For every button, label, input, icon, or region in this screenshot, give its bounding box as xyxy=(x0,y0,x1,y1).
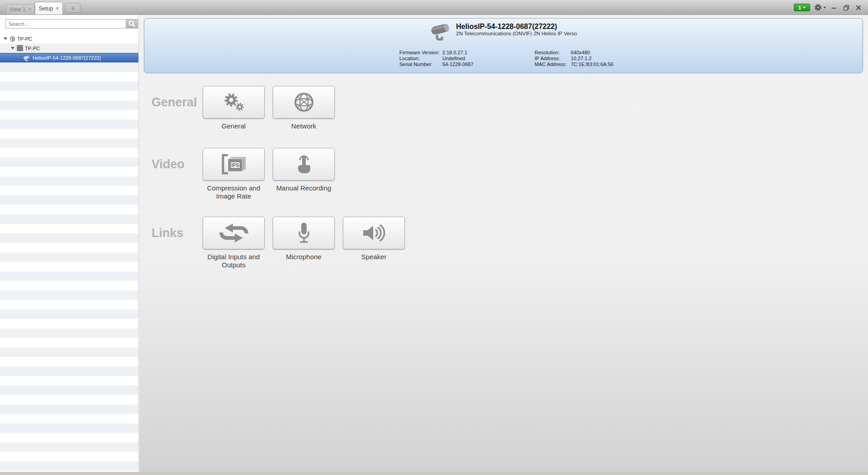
device-tree-panel: TP-PC TP-PC xyxy=(0,15,139,472)
restore-button[interactable] xyxy=(842,4,850,12)
titlebar: View 1 × Setup × + 1 xyxy=(0,0,868,15)
card-label: Compression and Image Rate xyxy=(203,184,265,200)
speaker-icon xyxy=(361,223,387,243)
gear-icon xyxy=(814,4,822,11)
info-label: IP Address: xyxy=(535,56,571,62)
section-cards: General Network xyxy=(203,86,335,130)
section-video: Video IPS xyxy=(152,148,335,200)
window-controls: 1 xyxy=(794,0,863,15)
server-icon xyxy=(17,45,23,51)
card-label: Network xyxy=(291,122,316,130)
close-icon[interactable]: × xyxy=(56,6,59,11)
card-general: General xyxy=(203,86,265,130)
camera-icon xyxy=(24,55,31,61)
globe-icon xyxy=(292,91,316,113)
tree-item-camera[interactable]: HeliosIP-54-1228-0687(27222) xyxy=(0,53,138,62)
search-button[interactable] xyxy=(126,19,138,28)
device-info-left: Firmware Version: 2.18.0.27.1 Location: … xyxy=(399,50,474,67)
general-button[interactable] xyxy=(203,86,265,119)
expand-arrow-icon[interactable] xyxy=(4,38,7,40)
section-general: General xyxy=(152,86,335,130)
tree-item-label: HeliosIP-54-1228-0687(27222) xyxy=(33,55,101,61)
new-tab-button[interactable]: + xyxy=(65,3,81,13)
microphone-icon xyxy=(296,221,312,245)
settings-menu-button[interactable] xyxy=(814,4,826,11)
manual-recording-icon xyxy=(294,152,314,176)
minimize-button[interactable] xyxy=(830,4,838,12)
card-label: Microphone xyxy=(286,253,321,261)
restore-icon xyxy=(843,5,849,11)
chevron-down-icon xyxy=(803,7,806,9)
card-speaker: Speaker xyxy=(343,217,405,269)
card-compression: IPS Compression and Image Rate xyxy=(203,148,265,200)
expand-arrow-icon[interactable] xyxy=(11,47,14,49)
compression-icon: IPS xyxy=(219,152,249,176)
chevron-down-icon xyxy=(823,7,826,9)
info-label: MAC Address: xyxy=(535,62,571,67)
compression-button[interactable]: IPS xyxy=(203,148,265,180)
site-icon xyxy=(9,36,15,42)
card-network: Network xyxy=(273,86,335,130)
info-value: 7C:1E:B3:01:6A:56 xyxy=(571,62,613,67)
card-label: General xyxy=(222,122,246,130)
tab-view-1[interactable]: View 1 × xyxy=(6,4,34,14)
card-label: Manual Recording xyxy=(276,184,332,192)
info-label: Resolution: xyxy=(535,50,571,56)
info-label: Firmware Version: xyxy=(399,50,442,56)
section-cards: Digital Inputs and Outputs Microphone xyxy=(203,217,405,269)
microphone-button[interactable] xyxy=(273,217,335,249)
info-label: Serial Number: xyxy=(399,62,442,67)
tree-item-server[interactable]: TP-PC xyxy=(0,43,138,53)
info-value: 640x480 xyxy=(571,50,613,56)
search-input[interactable] xyxy=(5,19,126,28)
card-manual-recording: Manual Recording xyxy=(273,148,335,200)
section-cards: IPS Compression and Image Rate xyxy=(203,148,335,200)
setup-content: HeliosIP-54-1228-0687(27222) 2N Telecomm… xyxy=(139,15,868,472)
tab-label: View 1 xyxy=(9,6,26,13)
info-label: Location: xyxy=(399,56,442,62)
section-heading: General xyxy=(152,86,203,119)
tree-item-site[interactable]: TP-PC xyxy=(0,34,138,43)
close-button[interactable] xyxy=(854,4,863,12)
minimize-icon xyxy=(831,5,837,11)
info-value: 54-1228-0687 xyxy=(442,62,474,67)
device-titles: HeliosIP-54-1228-0687(27222) 2N Telecomm… xyxy=(456,22,577,36)
device-subtitle: 2N Telecommunications (ONVIF) 2N Helios … xyxy=(456,31,577,36)
digital-io-button[interactable] xyxy=(203,217,265,249)
device-tree: TP-PC TP-PC xyxy=(0,34,138,472)
manual-recording-button[interactable] xyxy=(273,148,335,180)
section-heading: Links xyxy=(152,217,203,249)
speaker-button[interactable] xyxy=(343,217,405,249)
card-label: Digital Inputs and Outputs xyxy=(203,253,265,269)
device-info-right: Resolution: 640x480 IP Address: 10.27.1.… xyxy=(535,50,613,67)
tree-item-label: TP-PC xyxy=(25,46,40,51)
close-icon[interactable]: × xyxy=(28,7,31,12)
tree-item-label: TP-PC xyxy=(17,36,32,42)
search-bar xyxy=(5,19,138,28)
ips-badge: IPS xyxy=(231,162,239,168)
section-heading: Video xyxy=(152,148,203,180)
screen-count: 1 xyxy=(798,5,801,10)
plus-icon: + xyxy=(71,4,75,12)
card-microphone: Microphone xyxy=(273,217,335,269)
search-icon xyxy=(128,20,135,27)
info-value: 2.18.0.27.1 xyxy=(442,50,474,56)
tab-label: Setup xyxy=(39,5,53,12)
device-title: HeliosIP-54-1228-0687(27222) xyxy=(456,22,577,31)
device-summary-panel: HeliosIP-54-1228-0687(27222) 2N Telecomm… xyxy=(144,18,863,73)
info-value: 10.27.1.2 xyxy=(571,56,613,62)
close-icon xyxy=(855,5,862,11)
tab-setup[interactable]: Setup × xyxy=(35,2,63,14)
card-digital-io: Digital Inputs and Outputs xyxy=(203,217,265,269)
bottom-bar xyxy=(0,472,868,475)
section-links: Links Digital Inputs and Out xyxy=(152,217,405,269)
screen-layout-button[interactable]: 1 xyxy=(794,4,810,11)
app-window: View 1 × Setup × + 1 xyxy=(0,0,868,475)
info-value: Undefined xyxy=(442,56,474,62)
digital-io-icon xyxy=(219,222,248,244)
network-button[interactable] xyxy=(273,86,335,119)
camera-icon xyxy=(430,22,451,42)
card-label: Speaker xyxy=(361,253,387,261)
device-header: HeliosIP-54-1228-0687(27222) 2N Telecomm… xyxy=(144,22,863,42)
gears-icon xyxy=(220,91,247,114)
